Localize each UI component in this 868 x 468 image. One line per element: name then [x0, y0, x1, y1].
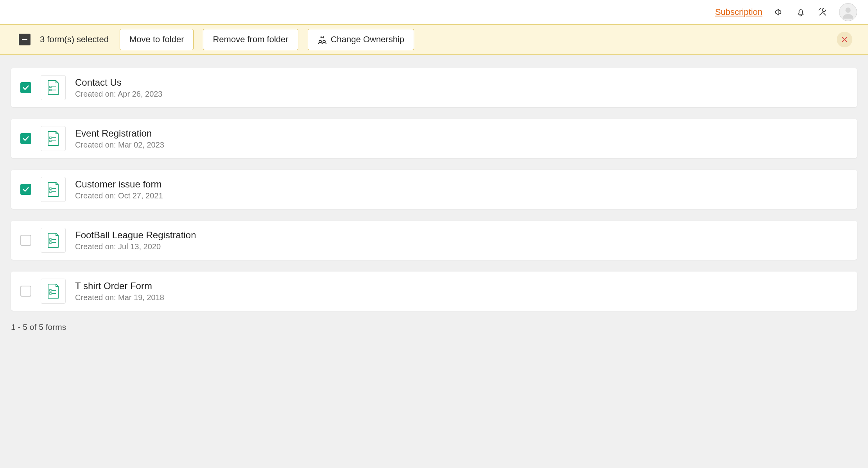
svg-rect-17: [50, 242, 51, 243]
selection-count-label: 3 form(s) selected: [40, 34, 109, 45]
svg-rect-11: [50, 188, 51, 189]
bell-icon[interactable]: [795, 7, 806, 18]
announcements-icon[interactable]: [773, 7, 784, 18]
form-created-label: Created on: Jul 13, 2020: [75, 242, 196, 251]
form-card[interactable]: T shirt Order FormCreated on: Mar 19, 20…: [11, 272, 857, 311]
form-text-block: Contact UsCreated on: Apr 26, 2023: [75, 77, 163, 99]
form-card[interactable]: FootBall League RegistrationCreated on: …: [11, 221, 857, 260]
close-selection-button[interactable]: [837, 32, 852, 47]
form-card[interactable]: Event RegistrationCreated on: Mar 02, 20…: [11, 119, 857, 158]
tools-icon[interactable]: [817, 7, 828, 18]
svg-point-1: [319, 40, 321, 43]
form-doc-icon: [41, 279, 66, 304]
form-checkbox[interactable]: [20, 133, 31, 144]
remove-from-folder-button[interactable]: Remove from folder: [203, 29, 298, 50]
form-created-label: Created on: Mar 02, 2023: [75, 140, 164, 149]
users-swap-icon: [317, 35, 327, 44]
form-title: T shirt Order Form: [75, 281, 164, 292]
form-checkbox[interactable]: [20, 286, 31, 297]
svg-rect-13: [50, 191, 51, 193]
svg-rect-5: [50, 89, 51, 91]
close-icon: [841, 36, 848, 43]
form-text-block: Event RegistrationCreated on: Mar 02, 20…: [75, 128, 164, 149]
form-card[interactable]: Customer issue formCreated on: Oct 27, 2…: [11, 170, 857, 209]
svg-rect-15: [50, 239, 51, 240]
form-created-label: Created on: Mar 19, 2018: [75, 293, 164, 302]
svg-rect-7: [50, 137, 51, 139]
form-created-label: Created on: Apr 26, 2023: [75, 90, 163, 99]
form-checkbox[interactable]: [20, 184, 31, 195]
bulk-selection-toolbar: 3 form(s) selected Move to folder Remove…: [0, 24, 868, 55]
forms-list-container: Contact UsCreated on: Apr 26, 2023Event …: [0, 55, 868, 468]
avatar[interactable]: [839, 3, 857, 21]
indeterminate-icon: [22, 39, 27, 40]
form-doc-icon: [41, 126, 66, 151]
form-text-block: FootBall League RegistrationCreated on: …: [75, 230, 196, 251]
change-ownership-label: Change Ownership: [331, 34, 404, 45]
form-created-label: Created on: Oct 27, 2021: [75, 191, 163, 200]
svg-point-0: [845, 7, 850, 13]
form-doc-icon: [41, 75, 66, 100]
check-icon: [23, 136, 29, 141]
master-checkbox[interactable]: [19, 34, 30, 45]
check-icon: [23, 187, 29, 192]
svg-rect-3: [50, 86, 51, 88]
form-title: Customer issue form: [75, 179, 163, 190]
form-card[interactable]: Contact UsCreated on: Apr 26, 2023: [11, 68, 857, 107]
top-header: Subscription: [0, 0, 868, 24]
form-doc-icon: [41, 177, 66, 202]
subscription-link[interactable]: Subscription: [715, 7, 762, 17]
form-checkbox[interactable]: [20, 82, 31, 93]
form-text-block: Customer issue formCreated on: Oct 27, 2…: [75, 179, 163, 200]
form-checkbox[interactable]: [20, 235, 31, 246]
svg-point-2: [323, 40, 325, 43]
pagination-label: 1 - 5 of 5 forms: [11, 322, 857, 332]
form-doc-icon: [41, 228, 66, 253]
form-title: FootBall League Registration: [75, 230, 196, 241]
form-text-block: T shirt Order FormCreated on: Mar 19, 20…: [75, 281, 164, 302]
form-title: Event Registration: [75, 128, 164, 139]
check-icon: [23, 85, 29, 90]
change-ownership-button[interactable]: Change Ownership: [308, 29, 414, 50]
move-to-folder-button[interactable]: Move to folder: [120, 29, 194, 50]
svg-rect-21: [50, 293, 51, 294]
svg-rect-19: [50, 290, 51, 291]
svg-rect-9: [50, 140, 51, 142]
form-title: Contact Us: [75, 77, 163, 88]
